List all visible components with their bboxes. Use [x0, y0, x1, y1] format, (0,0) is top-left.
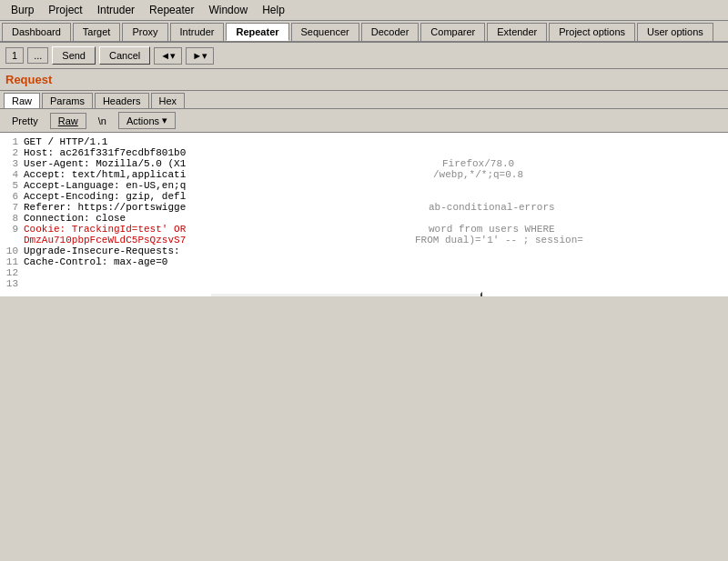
code-line-13: 13: [4, 278, 724, 289]
tab-user-options[interactable]: User options: [637, 23, 713, 41]
actions-chevron-icon: ▾: [162, 115, 167, 126]
code-line-12: 12: [4, 267, 724, 278]
code-editor[interactable]: 1 GET / HTTP/1.1 2 Host: ac261f331f7ecdb…: [0, 133, 728, 296]
menu-help[interactable]: Help: [255, 2, 292, 18]
code-line-7: 7 Referer: https://portswigge ab-conditi…: [4, 202, 724, 213]
request-sub-tab-bar: Raw Params Headers Hex: [0, 91, 728, 109]
menu-intruder[interactable]: Intruder: [90, 2, 142, 18]
code-line-10: 10 Upgrade-Insecure-Requests:: [4, 245, 724, 256]
editor-tab-pretty[interactable]: Pretty: [4, 113, 46, 129]
tab-repeater[interactable]: Repeater: [226, 23, 288, 41]
context-menu: Scan Send to Intruder Ctrl+I Send to Rep…: [209, 292, 482, 296]
cancel-button[interactable]: Cancel: [99, 46, 150, 65]
menu-repeater[interactable]: Repeater: [142, 2, 201, 18]
code-line-1: 1 GET / HTTP/1.1: [4, 136, 724, 147]
code-line-2: 2 Host: ac261f331f7ecdbf801b0: [4, 147, 724, 158]
tab-comparer[interactable]: Comparer: [420, 23, 485, 41]
editor-tab-raw[interactable]: Raw: [50, 113, 86, 129]
menu-burp[interactable]: Burp: [4, 2, 41, 18]
actions-label: Actions: [126, 115, 159, 126]
menu-window[interactable]: Window: [201, 2, 255, 18]
tab-extender[interactable]: Extender: [487, 23, 547, 41]
tab-decoder[interactable]: Decoder: [361, 23, 420, 41]
actions-button[interactable]: Actions ▾: [118, 112, 176, 129]
editor-bar: Pretty Raw \n Actions ▾: [0, 109, 728, 133]
subtab-params[interactable]: Params: [42, 93, 93, 108]
code-line-11: 11 Cache-Control: max-age=0: [4, 256, 724, 267]
tab-number: 1: [5, 47, 24, 64]
code-line-5: 5 Accept-Language: en-US,en;q: [4, 180, 724, 191]
menu-project[interactable]: Project: [41, 2, 89, 18]
subtab-headers[interactable]: Headers: [95, 93, 149, 108]
repeater-toolbar: 1 ... Send Cancel ◄▾ ►▾: [0, 43, 728, 69]
code-line-4: 4 Accept: text/html,applicati /webp,*/*;…: [4, 169, 724, 180]
tab-project-options[interactable]: Project options: [549, 23, 635, 41]
request-section-header: Request: [0, 69, 728, 91]
code-line-8: 8 Connection: close: [4, 213, 724, 224]
main-tab-bar: Dashboard Target Proxy Intruder Repeater…: [0, 21, 728, 43]
subtab-raw[interactable]: Raw: [4, 93, 40, 108]
code-line-9b: DmzAu710pbpFceWLdC5PsQzsvS7 FROM dual)='…: [4, 235, 724, 245]
menu-bar: Burp Project Intruder Repeater Window He…: [0, 0, 728, 21]
code-line-3: 3 User-Agent: Mozilla/5.0 (X1 Firefox/78…: [4, 158, 724, 169]
prev-button[interactable]: ◄▾: [154, 47, 182, 65]
ctx-scan[interactable]: Scan: [211, 294, 480, 296]
tab-target[interactable]: Target: [73, 23, 121, 41]
tab-sequencer[interactable]: Sequencer: [291, 23, 359, 41]
tab-proxy[interactable]: Proxy: [122, 23, 167, 41]
send-button[interactable]: Send: [52, 46, 96, 65]
code-line-9: 9 Cookie: TrackingId=test' OR word from …: [4, 224, 724, 235]
tab-dots-btn[interactable]: ...: [27, 47, 48, 64]
tab-intruder[interactable]: Intruder: [170, 23, 225, 41]
subtab-hex[interactable]: Hex: [151, 93, 186, 108]
tab-dashboard[interactable]: Dashboard: [2, 23, 71, 41]
editor-tab-newline[interactable]: \n: [90, 113, 115, 129]
next-button[interactable]: ►▾: [186, 47, 214, 65]
main-content: 1 GET / HTTP/1.1 2 Host: ac261f331f7ecdb…: [0, 133, 728, 296]
code-line-6: 6 Accept-Encoding: gzip, defl: [4, 191, 724, 202]
